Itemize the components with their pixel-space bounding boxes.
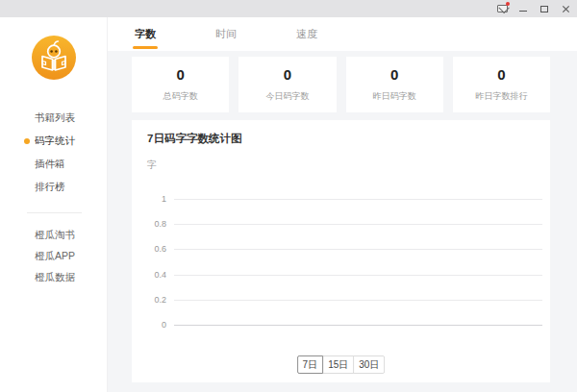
tab-label: 速度 bbox=[296, 27, 317, 41]
y-tick-label: 0.8 bbox=[132, 219, 166, 229]
sidebar-link-label: 橙瓜淘书 bbox=[35, 229, 75, 242]
range-button-label: 30日 bbox=[359, 358, 379, 372]
gridline-row: 0.4 bbox=[132, 275, 550, 286]
sidebar-link-chengua-app[interactable]: 橙瓜APP bbox=[0, 246, 107, 267]
chart-y-axis-unit: 字 bbox=[147, 159, 157, 172]
sidebar-item-ranking[interactable]: 排行榜 bbox=[0, 176, 107, 199]
main-content: 字数 时间 速度 0 总码字数 0 今日码字数 0 bbox=[108, 17, 577, 392]
range-button-15d[interactable]: 15日 bbox=[322, 355, 354, 374]
tab-bar: 字数 时间 速度 bbox=[108, 17, 577, 51]
stat-value: 0 bbox=[453, 66, 550, 84]
tab-label: 字数 bbox=[135, 27, 156, 41]
stat-label: 今日码字数 bbox=[238, 90, 336, 103]
y-tick-label: 0.2 bbox=[132, 295, 166, 305]
app-body: 书籍列表 码字统计 插件箱 排行榜 橙瓜淘书 bbox=[0, 17, 577, 392]
stat-label: 昨日码字数 bbox=[346, 90, 443, 103]
y-tick-label: 0.4 bbox=[132, 270, 166, 280]
range-button-30d[interactable]: 30日 bbox=[353, 355, 385, 374]
x-axis-line bbox=[174, 325, 542, 326]
gridline-row: 0.6 bbox=[132, 249, 550, 260]
sidebar-link-chengua-data[interactable]: 橙瓜数据 bbox=[0, 267, 107, 288]
range-button-label: 15日 bbox=[328, 358, 348, 372]
gridline-row: 1 bbox=[132, 199, 550, 210]
chart-card: 7日码字字数统计图 字 1 0.8 0.6 0.4 bbox=[132, 120, 550, 382]
chart-title: 7日码字字数统计图 bbox=[147, 132, 241, 146]
stat-card-total-words: 0 总码字数 bbox=[132, 57, 229, 112]
sidebar-nav: 书籍列表 码字统计 插件箱 排行榜 bbox=[0, 107, 107, 199]
sidebar-item-typing-stats[interactable]: 码字统计 bbox=[0, 130, 107, 153]
sidebar-item-label: 插件箱 bbox=[35, 158, 65, 171]
notification-badge bbox=[506, 2, 510, 6]
minimize-icon bbox=[519, 11, 527, 12]
mail-button[interactable] bbox=[494, 2, 510, 15]
stat-label: 总码字数 bbox=[132, 90, 229, 103]
sidebar-link-label: 橙瓜数据 bbox=[35, 271, 75, 284]
sidebar-divider bbox=[27, 212, 82, 213]
tab-word-count[interactable]: 字数 bbox=[133, 17, 158, 51]
gridline bbox=[174, 224, 542, 225]
stat-label: 昨日字数排行 bbox=[453, 90, 550, 103]
tab-speed[interactable]: 速度 bbox=[294, 17, 319, 51]
stat-value: 0 bbox=[132, 66, 229, 84]
sidebar-item-book-list[interactable]: 书籍列表 bbox=[0, 107, 107, 130]
chart-range-button-group: 7日 15日 30日 bbox=[297, 355, 386, 374]
sidebar-link-chengua-taoshu[interactable]: 橙瓜淘书 bbox=[0, 225, 107, 246]
gridline bbox=[174, 249, 542, 250]
gridline bbox=[174, 300, 542, 301]
sidebar-item-plugin-box[interactable]: 插件箱 bbox=[0, 153, 107, 176]
stat-value: 0 bbox=[238, 66, 336, 84]
range-button-7d[interactable]: 7日 bbox=[297, 355, 324, 374]
sidebar-item-label: 码字统计 bbox=[35, 135, 75, 148]
gridline-row: 0.8 bbox=[132, 224, 550, 235]
maximize-button[interactable] bbox=[537, 2, 552, 15]
gridline-row: 0.2 bbox=[132, 300, 550, 311]
mascot-logo-icon bbox=[32, 36, 76, 80]
stat-card-yesterday-words: 0 昨日码字数 bbox=[346, 57, 443, 112]
sidebar-external-links: 橙瓜淘书 橙瓜APP 橙瓜数据 bbox=[0, 225, 107, 288]
titlebar bbox=[0, 0, 577, 17]
close-button[interactable] bbox=[558, 2, 573, 15]
tab-label: 时间 bbox=[215, 27, 237, 41]
sidebar-link-label: 橙瓜APP bbox=[35, 250, 75, 263]
mail-icon bbox=[497, 5, 508, 12]
sidebar: 书籍列表 码字统计 插件箱 排行榜 橙瓜淘书 bbox=[0, 17, 108, 392]
stat-value: 0 bbox=[346, 66, 443, 84]
y-tick-label: 0 bbox=[132, 320, 166, 330]
y-tick-label: 0.6 bbox=[132, 244, 166, 254]
sidebar-item-label: 排行榜 bbox=[35, 181, 65, 194]
gridline-row-baseline: 0 bbox=[132, 325, 550, 336]
close-icon bbox=[562, 5, 570, 13]
stat-card-today-words: 0 今日码字数 bbox=[238, 57, 336, 112]
stat-card-yesterday-rank: 0 昨日字数排行 bbox=[453, 57, 550, 112]
tab-time[interactable]: 时间 bbox=[213, 17, 238, 51]
app-logo bbox=[32, 36, 76, 80]
app-window: 书籍列表 码字统计 插件箱 排行榜 橙瓜淘书 bbox=[0, 0, 577, 392]
active-dot-icon bbox=[24, 138, 30, 144]
stats-row: 0 总码字数 0 今日码字数 0 昨日码字数 0 昨日字数排行 bbox=[132, 57, 550, 112]
minimize-button[interactable] bbox=[515, 2, 531, 15]
gridline bbox=[174, 199, 542, 200]
y-tick-label: 1 bbox=[132, 194, 166, 204]
range-button-label: 7日 bbox=[303, 358, 318, 372]
maximize-icon bbox=[540, 6, 548, 12]
gridline bbox=[174, 275, 542, 276]
sidebar-item-label: 书籍列表 bbox=[35, 111, 75, 125]
